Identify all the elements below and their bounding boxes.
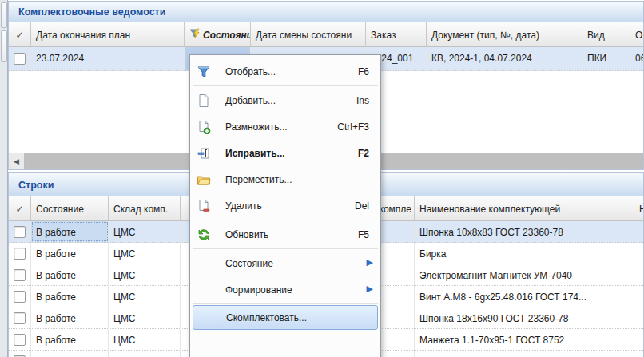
cell-last bbox=[634, 329, 643, 350]
move-folder-icon bbox=[197, 173, 211, 187]
cell-last bbox=[634, 351, 643, 357]
menu-item-filter[interactable]: Отобрать... F6 bbox=[190, 58, 380, 85]
row-checkbox[interactable] bbox=[14, 226, 26, 238]
scroll-left-arrow-icon: ◀ bbox=[14, 157, 19, 165]
splitter-segment bbox=[1, 2, 7, 28]
row-checkbox[interactable] bbox=[14, 53, 26, 65]
cell-name: Шпонка 10x8x83 ГОСТ 23360-78 bbox=[415, 221, 634, 242]
cell-name: Винт А.М8 - 6gx25.48.016 ГОСТ 174... bbox=[415, 286, 634, 307]
cell-name: Манжета 1.1-70x95-1 ГОСТ 8752 bbox=[415, 329, 634, 350]
cell-warehouse: ЦМС bbox=[109, 307, 181, 328]
add-document-icon bbox=[197, 93, 211, 108]
menu-item-state[interactable]: Состояние ▶ bbox=[190, 250, 380, 276]
cell-last bbox=[634, 307, 643, 328]
menu-item-move[interactable]: Переместить... bbox=[190, 166, 380, 192]
menu-item-edit[interactable]: Исправить... F2 bbox=[190, 140, 380, 166]
cell-name: Электромагнит Магнитек УМ-7040 bbox=[415, 264, 634, 285]
row-checkbox-cell[interactable] bbox=[9, 307, 31, 328]
cell-last: 06 bbox=[630, 47, 643, 70]
delete-icon bbox=[197, 199, 211, 213]
menu-item-duplicate[interactable]: Размножить... Ctrl+F3 bbox=[190, 113, 380, 140]
duplicate-icon bbox=[197, 120, 211, 134]
panel-title: Комплектовочные ведомости bbox=[9, 2, 643, 22]
column-header-date-end[interactable]: Дата окончания план bbox=[31, 22, 185, 46]
row-checkbox-cell[interactable] bbox=[9, 351, 31, 357]
cell-state bbox=[31, 351, 109, 357]
left-splitter-strip[interactable] bbox=[0, 0, 8, 357]
menu-separator bbox=[193, 331, 378, 331]
menu-separator bbox=[193, 248, 378, 249]
column-header-document[interactable]: Документ (тип, №, дата) bbox=[427, 22, 582, 46]
cell-state: В работе bbox=[31, 329, 109, 350]
cell-last bbox=[634, 243, 643, 264]
row-checkbox-cell[interactable] bbox=[9, 329, 31, 350]
cell-warehouse: ЦМС bbox=[109, 329, 181, 350]
row-checkbox[interactable] bbox=[14, 291, 26, 303]
column-header-warehouse[interactable]: Склад комп. bbox=[109, 196, 181, 220]
edit-icon bbox=[197, 146, 211, 161]
refresh-icon bbox=[197, 228, 211, 242]
row-checkbox-cell[interactable] bbox=[9, 47, 31, 70]
check-column-header[interactable]: ✓ bbox=[9, 22, 31, 46]
cell-state: В работе bbox=[31, 243, 109, 264]
app-window: { "upper_panel": { "title": "Комплектово… bbox=[0, 0, 644, 357]
row-checkbox[interactable] bbox=[14, 269, 26, 281]
row-checkbox-cell[interactable] bbox=[9, 286, 31, 307]
cell-warehouse: ЦМС bbox=[109, 243, 181, 264]
submenu-arrow-icon: ▶ bbox=[367, 284, 373, 294]
cell-warehouse: ЦМС bbox=[109, 221, 181, 242]
check-column-header[interactable]: ✓ bbox=[9, 196, 31, 220]
filter-icon bbox=[197, 65, 211, 79]
column-header-state[interactable]: Состояние bbox=[31, 196, 109, 220]
cell-name bbox=[415, 351, 634, 357]
cell-warehouse: ЦМС bbox=[109, 264, 181, 285]
column-header-last[interactable]: О bbox=[630, 22, 643, 46]
upper-table-header: ✓ Дата окончания план Состояни Дата смен… bbox=[9, 22, 643, 47]
row-checkbox[interactable] bbox=[14, 334, 26, 346]
cell-state: В работе bbox=[31, 264, 109, 285]
row-checkbox-cell[interactable] bbox=[9, 221, 31, 242]
column-header-order[interactable]: Заказ bbox=[366, 22, 427, 46]
cell-last bbox=[634, 221, 643, 242]
cell-state: В работе bbox=[31, 286, 109, 307]
menu-separator bbox=[193, 303, 378, 304]
cell-warehouse bbox=[109, 351, 181, 357]
row-checkbox-cell[interactable] bbox=[9, 264, 31, 285]
column-header-date-change[interactable]: Дата смены состояни bbox=[251, 22, 366, 46]
menu-separator bbox=[193, 85, 378, 86]
cell-name: Бирка bbox=[415, 243, 634, 264]
cell-state: В работе bbox=[31, 221, 109, 242]
cell-date-end: 23.07.2024 bbox=[31, 47, 185, 70]
column-header-last[interactable]: Н bbox=[634, 196, 643, 220]
splitter-segment bbox=[1, 30, 7, 62]
menu-item-refresh[interactable]: Обновить F5 bbox=[190, 221, 380, 248]
cell-last bbox=[634, 286, 643, 307]
cell-warehouse: ЦМС bbox=[109, 286, 181, 307]
menu-separator bbox=[193, 220, 378, 220]
menu-item-add[interactable]: Добавить... Ins bbox=[190, 87, 380, 113]
scroll-left-button[interactable]: ◀ bbox=[9, 153, 25, 169]
row-checkbox[interactable] bbox=[14, 248, 26, 260]
row-checkbox[interactable] bbox=[14, 312, 26, 324]
cell-last bbox=[634, 264, 643, 285]
context-menu: Отобрать... F6 Добавить... Ins Размножит… bbox=[189, 54, 381, 357]
column-header-kind[interactable]: Вид bbox=[582, 22, 630, 46]
cell-state: В работе bbox=[31, 307, 109, 328]
menu-item-assemble[interactable]: Скомплектовать... bbox=[193, 305, 378, 330]
cell-document: КВ, 2024-1, 04.07.2024 bbox=[427, 47, 582, 70]
column-header-state[interactable]: Состояни bbox=[185, 22, 251, 46]
menu-item-delete[interactable]: Удалить Del bbox=[190, 192, 380, 219]
cell-name: Шпонка 18x16x90 ГОСТ 23360-78 bbox=[415, 307, 634, 328]
submenu-arrow-icon: ▶ bbox=[367, 257, 373, 268]
column-header-name[interactable]: Наименование комплектующей bbox=[415, 196, 634, 220]
filter-lightning-icon bbox=[189, 28, 201, 39]
menu-item-forming[interactable]: Формирование ▶ bbox=[190, 276, 380, 303]
cell-kind: ПКИ bbox=[582, 47, 630, 70]
row-checkbox-cell[interactable] bbox=[9, 243, 31, 264]
